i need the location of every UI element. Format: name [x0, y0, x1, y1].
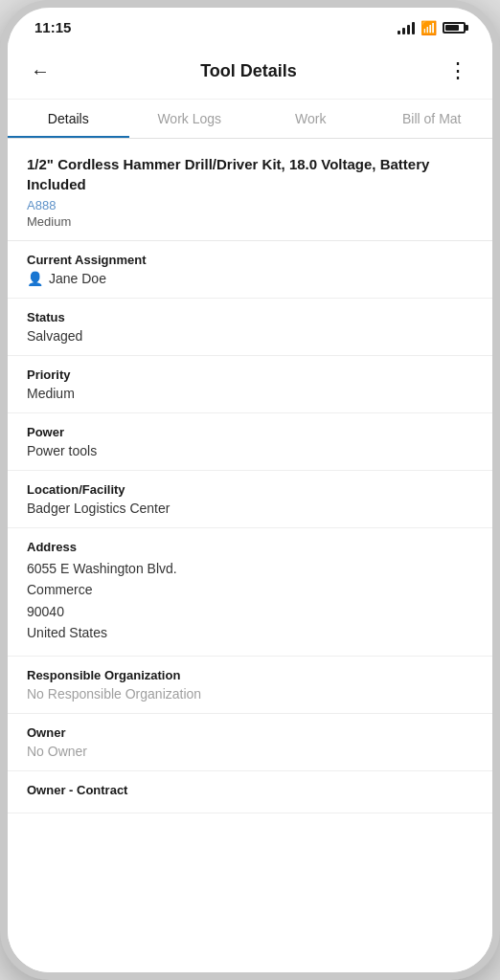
tool-priority-tag: Medium: [27, 214, 473, 229]
more-button[interactable]: ⋮: [443, 56, 473, 85]
page-title: Tool Details: [200, 61, 297, 81]
phone-shell: 11:15 📶 ← Tool Details ⋮ Details Work Lo…: [0, 0, 500, 980]
tool-header: 1/2" Cordless Hammer Drill/Driver Kit, 1…: [8, 139, 492, 241]
tab-work[interactable]: Work: [250, 100, 372, 138]
field-current-assignment: Current Assignment 👤 Jane Doe: [8, 241, 492, 299]
field-label-owner-contract: Owner - Contract: [27, 783, 473, 797]
field-value-priority: Medium: [27, 386, 473, 401]
field-power: Power Power tools: [8, 413, 492, 471]
header: ← Tool Details ⋮: [8, 43, 492, 100]
field-label-responsible-org: Responsible Organization: [27, 668, 473, 682]
field-label-location: Location/Facility: [27, 482, 473, 497]
field-value-responsible-org: No Responsible Organization: [27, 686, 473, 702]
signal-icon: [398, 21, 415, 34]
field-value-power: Power tools: [27, 443, 473, 458]
field-status: Status Salvaged: [8, 299, 492, 356]
field-address: Address 6055 E Washington Blvd. Commerce…: [8, 528, 492, 657]
tool-name: 1/2" Cordless Hammer Drill/Driver Kit, 1…: [27, 154, 473, 194]
tab-worklogs[interactable]: Work Logs: [129, 100, 251, 138]
field-label-address: Address: [27, 540, 473, 554]
field-value-current-assignment: Jane Doe: [49, 271, 106, 286]
tab-billofmat[interactable]: Bill of Mat: [372, 100, 493, 138]
tab-details[interactable]: Details: [8, 100, 129, 138]
field-responsible-org: Responsible Organization No Responsible …: [8, 657, 492, 714]
tabs: Details Work Logs Work Bill of Mat: [8, 100, 492, 139]
status-bar: 11:15 📶: [8, 8, 492, 43]
field-owner: Owner No Owner: [8, 714, 492, 771]
field-label-owner: Owner: [27, 725, 473, 740]
wifi-icon: 📶: [420, 20, 437, 35]
content-scroll[interactable]: 1/2" Cordless Hammer Drill/Driver Kit, 1…: [8, 139, 492, 972]
field-value-address: 6055 E Washington Blvd. Commerce 90040 U…: [27, 558, 473, 644]
field-label-power: Power: [27, 425, 473, 439]
status-icons: 📶: [398, 20, 466, 35]
field-priority: Priority Medium: [8, 356, 492, 413]
battery-icon: [443, 22, 466, 33]
back-button[interactable]: ←: [27, 57, 54, 84]
tool-code: A888: [27, 198, 473, 212]
field-label-priority: Priority: [27, 368, 473, 382]
field-owner-contract: Owner - Contract: [8, 771, 492, 813]
field-label-status: Status: [27, 310, 473, 324]
field-value-location: Badger Logistics Center: [27, 501, 473, 516]
field-location: Location/Facility Badger Logistics Cente…: [8, 471, 492, 528]
field-value-status: Salvaged: [27, 328, 473, 344]
field-label-current-assignment: Current Assignment: [27, 253, 473, 267]
field-value-owner: No Owner: [27, 744, 473, 759]
person-icon: 👤: [27, 271, 43, 286]
app-content: ← Tool Details ⋮ Details Work Logs Work …: [8, 43, 492, 972]
status-time: 11:15: [34, 19, 71, 35]
